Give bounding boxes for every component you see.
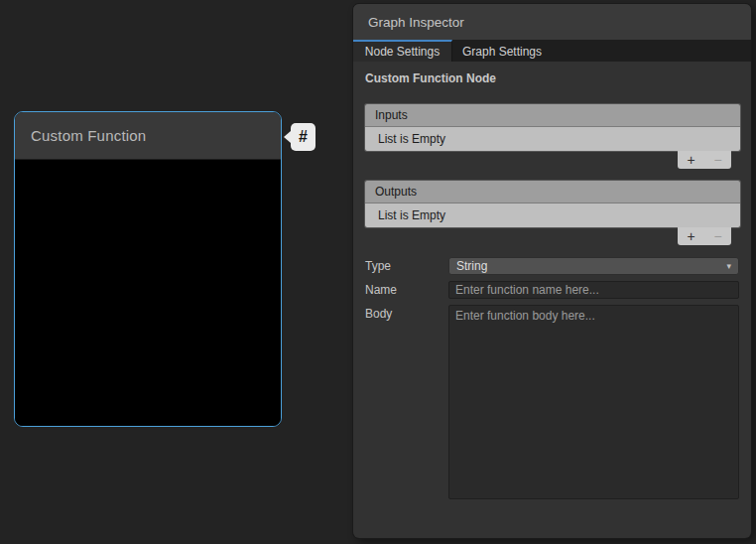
- minus-icon: −: [713, 152, 721, 168]
- inspector-tabbar: Node Settings Graph Settings: [353, 40, 751, 62]
- inputs-remove-button[interactable]: −: [707, 152, 729, 168]
- outputs-list-footer: + −: [678, 227, 731, 245]
- outputs-empty-row: List is Empty: [365, 204, 740, 227]
- node-title-bar[interactable]: Custom Function: [15, 112, 281, 160]
- outputs-list-header: Outputs: [365, 181, 740, 204]
- outputs-empty-label: List is Empty: [378, 208, 445, 222]
- inspector-title: Graph Inspector: [368, 15, 464, 30]
- tab-node-settings[interactable]: Node Settings: [353, 40, 452, 62]
- inspector-header[interactable]: Graph Inspector: [353, 4, 751, 40]
- type-dropdown-value: String: [456, 259, 487, 273]
- type-row: Type String ▾: [365, 257, 739, 275]
- plus-icon: +: [687, 152, 694, 168]
- minus-icon: −: [713, 228, 721, 244]
- function-body-textarea[interactable]: [448, 305, 739, 499]
- name-row: Name: [365, 281, 739, 299]
- tab-graph-settings-label: Graph Settings: [462, 45, 542, 59]
- chevron-down-icon: ▾: [726, 261, 731, 271]
- name-label: Name: [365, 281, 448, 299]
- tab-node-settings-label: Node Settings: [365, 45, 440, 59]
- inputs-empty-row: List is Empty: [365, 127, 740, 151]
- outputs-remove-button[interactable]: −: [707, 228, 729, 244]
- outputs-list: Outputs List is Empty + −: [365, 181, 740, 245]
- inputs-header-label: Inputs: [375, 108, 408, 122]
- graph-canvas[interactable]: Custom Function # Graph Inspector Node S…: [0, 0, 756, 544]
- tab-graph-settings[interactable]: Graph Settings: [452, 40, 552, 62]
- node-hash-badge-button[interactable]: #: [291, 123, 315, 151]
- inputs-add-button[interactable]: +: [681, 152, 702, 168]
- plus-icon: +: [687, 228, 694, 244]
- inputs-list-footer: + −: [678, 151, 731, 169]
- body-label: Body: [365, 305, 448, 499]
- node-title: Custom Function: [31, 127, 146, 144]
- node-preview-area: [15, 160, 281, 426]
- outputs-header-label: Outputs: [375, 185, 417, 199]
- custom-function-node[interactable]: Custom Function: [14, 111, 282, 427]
- type-dropdown[interactable]: String ▾: [448, 257, 739, 275]
- body-row: Body: [365, 305, 739, 499]
- inputs-empty-label: List is Empty: [378, 132, 445, 146]
- outputs-add-button[interactable]: +: [681, 228, 702, 244]
- type-label: Type: [365, 257, 448, 275]
- inputs-list-header: Inputs: [365, 104, 740, 127]
- hash-icon: #: [299, 128, 308, 146]
- function-name-input[interactable]: [448, 281, 739, 299]
- section-title: Custom Function Node: [365, 71, 739, 86]
- graph-inspector-panel: Graph Inspector Node Settings Graph Sett…: [353, 4, 751, 538]
- inputs-list: Inputs List is Empty + −: [365, 104, 740, 169]
